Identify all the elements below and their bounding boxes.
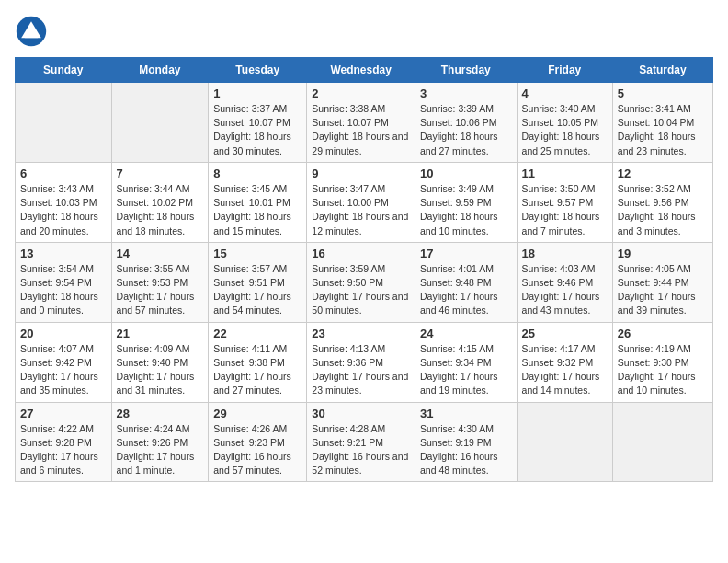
calendar-cell: 29Sunrise: 4:26 AMSunset: 9:23 PMDayligh… — [209, 402, 307, 482]
day-info: Sunrise: 3:41 AMSunset: 10:04 PMDaylight… — [618, 102, 708, 158]
day-info: Sunrise: 4:05 AMSunset: 9:44 PMDaylight:… — [618, 262, 708, 318]
calendar-cell: 9Sunrise: 3:47 AMSunset: 10:00 PMDayligh… — [307, 162, 415, 242]
day-info: Sunrise: 3:59 AMSunset: 9:50 PMDaylight:… — [312, 262, 410, 318]
day-info: Sunrise: 4:07 AMSunset: 9:42 PMDaylight:… — [20, 342, 107, 398]
calendar-header — [15, 15, 713, 48]
day-number: 10 — [420, 167, 512, 180]
day-info: Sunrise: 4:17 AMSunset: 9:32 PMDaylight:… — [522, 342, 608, 398]
day-number: 12 — [618, 167, 708, 180]
day-info: Sunrise: 3:49 AMSunset: 9:59 PMDaylight:… — [420, 182, 512, 238]
calendar-cell: 21Sunrise: 4:09 AMSunset: 9:40 PMDayligh… — [111, 322, 209, 402]
weekday-header-thursday: Thursday — [415, 58, 517, 83]
calendar-cell: 15Sunrise: 3:57 AMSunset: 9:51 PMDayligh… — [209, 242, 307, 322]
calendar-cell — [612, 402, 712, 482]
calendar-cell: 3Sunrise: 3:39 AMSunset: 10:06 PMDayligh… — [415, 83, 517, 163]
calendar-week-1: 1Sunrise: 3:37 AMSunset: 10:07 PMDayligh… — [16, 83, 713, 163]
day-number: 28 — [117, 407, 204, 420]
day-number: 22 — [213, 327, 301, 340]
calendar-cell: 7Sunrise: 3:44 AMSunset: 10:02 PMDayligh… — [111, 162, 209, 242]
calendar-cell: 31Sunrise: 4:30 AMSunset: 9:19 PMDayligh… — [415, 402, 517, 482]
weekday-header-saturday: Saturday — [612, 58, 712, 83]
day-number: 15 — [213, 247, 301, 260]
day-number: 21 — [117, 327, 204, 340]
day-number: 13 — [20, 247, 107, 260]
calendar-cell: 30Sunrise: 4:28 AMSunset: 9:21 PMDayligh… — [307, 402, 415, 482]
weekday-header-sunday: Sunday — [16, 58, 112, 83]
calendar-cell: 10Sunrise: 3:49 AMSunset: 9:59 PMDayligh… — [415, 162, 517, 242]
day-number: 23 — [312, 327, 410, 340]
day-number: 3 — [420, 86, 512, 100]
calendar-cell: 18Sunrise: 4:03 AMSunset: 9:46 PMDayligh… — [517, 242, 612, 322]
calendar-cell: 1Sunrise: 3:37 AMSunset: 10:07 PMDayligh… — [209, 83, 307, 163]
calendar-cell: 8Sunrise: 3:45 AMSunset: 10:01 PMDayligh… — [209, 162, 307, 242]
day-number: 7 — [117, 167, 204, 180]
calendar-cell: 25Sunrise: 4:17 AMSunset: 9:32 PMDayligh… — [517, 322, 612, 402]
calendar-cell: 12Sunrise: 3:52 AMSunset: 9:56 PMDayligh… — [612, 162, 712, 242]
day-info: Sunrise: 3:57 AMSunset: 9:51 PMDaylight:… — [213, 262, 301, 318]
day-number: 5 — [618, 86, 708, 100]
calendar-cell: 20Sunrise: 4:07 AMSunset: 9:42 PMDayligh… — [16, 322, 112, 402]
day-number: 11 — [522, 167, 608, 180]
weekday-header-wednesday: Wednesday — [307, 58, 415, 83]
svg-rect-2 — [25, 35, 38, 39]
day-info: Sunrise: 3:37 AMSunset: 10:07 PMDaylight… — [213, 102, 301, 158]
day-info: Sunrise: 4:01 AMSunset: 9:48 PMDaylight:… — [420, 262, 512, 318]
day-info: Sunrise: 4:22 AMSunset: 9:28 PMDaylight:… — [20, 422, 107, 478]
calendar-week-3: 13Sunrise: 3:54 AMSunset: 9:54 PMDayligh… — [16, 242, 713, 322]
day-number: 2 — [312, 86, 410, 100]
calendar-cell: 27Sunrise: 4:22 AMSunset: 9:28 PMDayligh… — [16, 402, 112, 482]
day-info: Sunrise: 3:45 AMSunset: 10:01 PMDaylight… — [213, 182, 301, 238]
day-number: 16 — [312, 247, 410, 260]
day-number: 17 — [420, 247, 512, 260]
calendar-header-row: SundayMondayTuesdayWednesdayThursdayFrid… — [16, 58, 713, 83]
calendar-cell: 11Sunrise: 3:50 AMSunset: 9:57 PMDayligh… — [517, 162, 612, 242]
day-info: Sunrise: 4:15 AMSunset: 9:34 PMDaylight:… — [420, 342, 512, 398]
day-info: Sunrise: 4:24 AMSunset: 9:26 PMDaylight:… — [117, 422, 204, 478]
day-info: Sunrise: 4:30 AMSunset: 9:19 PMDaylight:… — [420, 422, 512, 478]
day-number: 8 — [213, 167, 301, 180]
day-info: Sunrise: 3:55 AMSunset: 9:53 PMDaylight:… — [117, 262, 204, 318]
calendar-cell: 22Sunrise: 4:11 AMSunset: 9:38 PMDayligh… — [209, 322, 307, 402]
day-info: Sunrise: 4:11 AMSunset: 9:38 PMDaylight:… — [213, 342, 301, 398]
day-number: 19 — [618, 247, 708, 260]
day-number: 14 — [117, 247, 204, 260]
day-number: 20 — [20, 327, 107, 340]
day-info: Sunrise: 4:19 AMSunset: 9:30 PMDaylight:… — [618, 342, 708, 398]
calendar-cell: 23Sunrise: 4:13 AMSunset: 9:36 PMDayligh… — [307, 322, 415, 402]
day-info: Sunrise: 3:52 AMSunset: 9:56 PMDaylight:… — [618, 182, 708, 238]
day-info: Sunrise: 3:44 AMSunset: 10:02 PMDaylight… — [117, 182, 204, 238]
day-number: 9 — [312, 167, 410, 180]
day-number: 4 — [522, 86, 608, 100]
calendar-cell: 6Sunrise: 3:43 AMSunset: 10:03 PMDayligh… — [16, 162, 112, 242]
weekday-header-monday: Monday — [111, 58, 209, 83]
weekday-header-tuesday: Tuesday — [209, 58, 307, 83]
calendar-cell: 24Sunrise: 4:15 AMSunset: 9:34 PMDayligh… — [415, 322, 517, 402]
logo — [15, 15, 51, 48]
day-number: 18 — [522, 247, 608, 260]
calendar-cell: 5Sunrise: 3:41 AMSunset: 10:04 PMDayligh… — [612, 83, 712, 163]
weekday-header-friday: Friday — [517, 58, 612, 83]
calendar-container: SundayMondayTuesdayWednesdayThursdayFrid… — [0, 0, 728, 489]
day-info: Sunrise: 4:09 AMSunset: 9:40 PMDaylight:… — [117, 342, 204, 398]
calendar-cell: 28Sunrise: 4:24 AMSunset: 9:26 PMDayligh… — [111, 402, 209, 482]
day-number: 31 — [420, 407, 512, 420]
calendar-cell: 2Sunrise: 3:38 AMSunset: 10:07 PMDayligh… — [307, 83, 415, 163]
calendar-cell: 14Sunrise: 3:55 AMSunset: 9:53 PMDayligh… — [111, 242, 209, 322]
day-info: Sunrise: 4:26 AMSunset: 9:23 PMDaylight:… — [213, 422, 301, 478]
day-number: 25 — [522, 327, 608, 340]
day-number: 29 — [213, 407, 301, 420]
day-info: Sunrise: 3:47 AMSunset: 10:00 PMDaylight… — [312, 182, 410, 238]
calendar-week-5: 27Sunrise: 4:22 AMSunset: 9:28 PMDayligh… — [16, 402, 713, 482]
calendar-cell: 26Sunrise: 4:19 AMSunset: 9:30 PMDayligh… — [612, 322, 712, 402]
day-info: Sunrise: 4:28 AMSunset: 9:21 PMDaylight:… — [312, 422, 410, 478]
calendar-cell: 19Sunrise: 4:05 AMSunset: 9:44 PMDayligh… — [612, 242, 712, 322]
day-info: Sunrise: 4:03 AMSunset: 9:46 PMDaylight:… — [522, 262, 608, 318]
calendar-cell: 16Sunrise: 3:59 AMSunset: 9:50 PMDayligh… — [307, 242, 415, 322]
day-number: 30 — [312, 407, 410, 420]
day-number: 6 — [20, 167, 107, 180]
day-info: Sunrise: 3:40 AMSunset: 10:05 PMDaylight… — [522, 102, 608, 158]
day-info: Sunrise: 4:13 AMSunset: 9:36 PMDaylight:… — [312, 342, 410, 398]
day-info: Sunrise: 3:50 AMSunset: 9:57 PMDaylight:… — [522, 182, 608, 238]
calendar-cell — [111, 83, 209, 163]
day-number: 27 — [20, 407, 107, 420]
